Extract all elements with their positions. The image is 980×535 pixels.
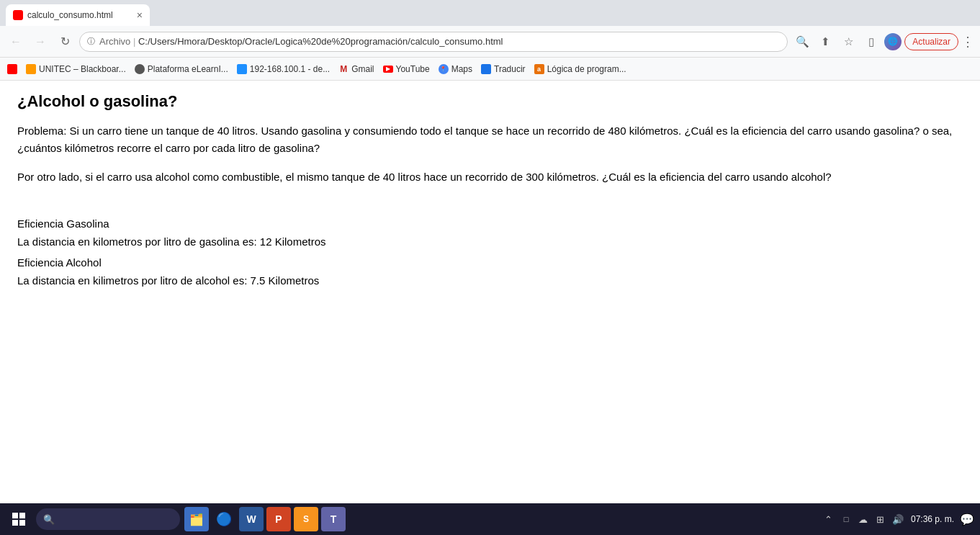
teams-icon: T [331,513,337,525]
bookmark-plataforma-label: Plataforma eLearnI... [148,64,228,74]
start-button[interactable] [6,506,32,532]
youtube2-icon: ▶ [383,66,393,73]
bookmark-gmail-label: Gmail [351,64,374,74]
bookmark-unitec-label: UNITEC – Blackboar... [39,64,126,74]
extension-icon[interactable]: ▯ [861,32,881,52]
menu-button[interactable]: ⋮ [961,34,974,50]
taskbar-apps: 🗂️ 🔵 W P S T [184,507,346,531]
address-text: Archivo | C:/Users/Hmora/Desktop/Oracle/… [99,36,780,47]
address-actions: 🔍 ⬆ ☆ ▯ 🌐 Actualizar ⋮ [792,32,974,52]
explorer-icon: 🗂️ [189,513,204,526]
bookmark-plataforma[interactable]: Plataforma eLearnI... [135,64,228,74]
unitec-icon [26,64,36,74]
active-tab[interactable]: calculo_consumo.html × [6,4,150,26]
back-button[interactable]: ← [6,32,26,52]
bookmark-youtube1[interactable] [7,64,17,74]
taskbar-word-button[interactable]: W [239,507,264,531]
logica-icon: a [534,64,544,74]
bookmark-192[interactable]: 192-168.100.1 - de... [237,64,330,74]
windows-logo-icon [12,513,25,526]
taskbar-system-icons: ⌃ □ ☁ ⊞ 🔊 [822,512,905,526]
bookmark-gmail[interactable]: M Gmail [338,64,374,74]
bookmark-logica-label: Lógica de program... [547,64,626,74]
bookmark-traducir-label: Traducir [494,64,526,74]
taskbar-explorer-button[interactable]: 🗂️ [184,507,209,531]
network-icon[interactable]: ⊞ [873,512,888,526]
traducir-icon [481,64,491,74]
taskbar-powerpoint-button[interactable]: P [266,507,291,531]
section1-result: La distancia en kilometros por litro de … [17,235,963,248]
search-icon[interactable]: 🔍 [792,32,812,52]
update-button[interactable]: Actualizar [904,33,958,50]
taskbar-right: ⌃ □ ☁ ⊞ 🔊 07:36 p. m. 💬 [822,512,974,526]
up-arrow-icon[interactable]: ⌃ [822,512,836,526]
taskbar-teams-button[interactable]: T [321,507,346,531]
taskbar-clock[interactable]: 07:36 p. m. [911,514,954,524]
chrome-icon: 🔵 [216,511,232,527]
bookmark-maps[interactable]: 📍 Maps [439,64,472,74]
plataforma-icon [135,64,145,74]
share-icon[interactable]: ⬆ [815,32,835,52]
taskbar-icon-1[interactable]: □ [839,512,853,526]
bookmarks-bar: UNITEC – Blackboar... Plataforma eLearnI… [0,58,980,81]
sql-icon: S [303,514,309,524]
tab-close-button[interactable]: × [137,9,143,21]
address-bar-row: ← → ↻ ⓘ Archivo | C:/Users/Hmora/Desktop… [0,26,980,58]
taskbar: 🔍 🗂️ 🔵 W P S T [0,503,980,535]
problem-paragraph-2: Por otro lado, si el carro usa alcohol c… [17,168,963,186]
page-heading: ¿Alcohol o gasolina? [17,92,963,111]
profile-avatar[interactable]: 🌐 [884,33,902,50]
tab-bar: calculo_consumo.html × [0,0,980,26]
bookmark-192-label: 192-168.100.1 - de... [250,64,330,74]
tab-title: calculo_consumo.html [27,10,132,20]
bookmark-youtube2-label: YouTube [396,64,430,74]
taskbar-sql-button[interactable]: S [294,507,318,531]
taskbar-chrome-button[interactable]: 🔵 [212,507,236,531]
word-icon: W [246,513,256,525]
bookmark-maps-label: Maps [451,64,472,74]
notification-icon[interactable]: 💬 [960,513,974,526]
network-icon [237,64,247,74]
bookmark-icon[interactable]: ☆ [838,32,858,52]
powerpoint-icon: P [275,513,282,525]
problem-paragraph-1: Problema: Si un carro tiene un tanque de… [17,122,963,157]
lock-icon: ⓘ [87,36,95,47]
forward-button[interactable]: → [30,32,50,52]
cloud-icon[interactable]: ☁ [856,512,871,526]
bookmark-traducir[interactable]: Traducir [481,64,526,74]
maps-icon: 📍 [439,64,449,74]
page-content: ¿Alcohol o gasolina? Problema: Si un car… [0,81,980,503]
section2-title: Eficiencia Alcohol [17,256,963,269]
reload-button[interactable]: ↻ [55,32,75,52]
address-bar[interactable]: ⓘ Archivo | C:/Users/Hmora/Desktop/Oracl… [79,32,788,52]
taskbar-time: 07:36 p. m. [911,514,954,524]
section1-title: Eficiencia Gasolina [17,217,963,230]
bookmark-unitec[interactable]: UNITEC – Blackboar... [26,64,126,74]
tab-favicon [13,10,23,20]
volume-icon[interactable]: 🔊 [891,512,905,526]
section2-result: La distancia en kilimetros por litro de … [17,274,963,287]
gmail-icon: M [338,64,349,74]
taskbar-search[interactable]: 🔍 [36,508,180,530]
bookmark-logica[interactable]: a Lógica de program... [534,64,626,74]
taskbar-search-icon: 🔍 [43,514,55,525]
youtube-icon [7,64,17,74]
bookmark-youtube2[interactable]: ▶ YouTube [383,64,430,74]
